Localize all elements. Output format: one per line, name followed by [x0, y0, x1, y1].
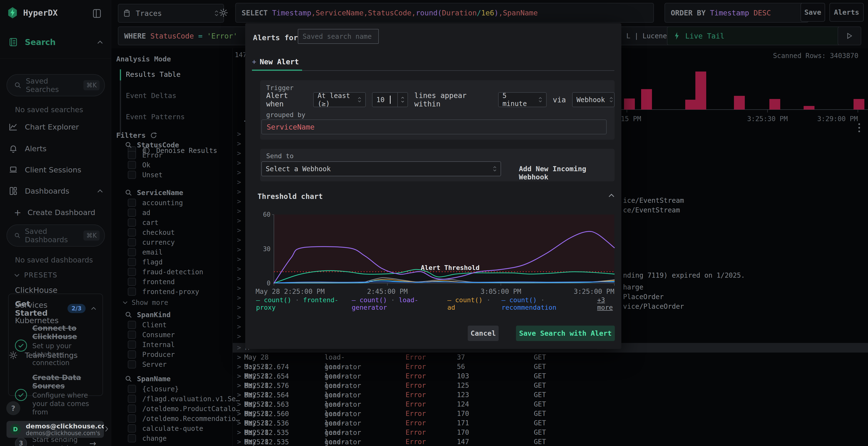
- facet-option[interactable]: {closure}: [128, 385, 179, 393]
- table-row[interactable]: >May 28 3:25:12.654 PMload-generatorErro…: [237, 362, 241, 372]
- facet-option[interactable]: /oteldemo.ProductCatalo…: [128, 405, 240, 413]
- facet-option[interactable]: Consumer: [128, 331, 175, 339]
- analysis-mode-title: Analysis Mode: [116, 55, 171, 63]
- facet-option[interactable]: frontend: [128, 278, 175, 286]
- chevron-up-icon[interactable]: [91, 307, 96, 310]
- check-circle-icon: [15, 340, 27, 352]
- facet-option[interactable]: Internal: [128, 341, 175, 349]
- get-started-step-2[interactable]: Create Data Sources Configure where your…: [15, 373, 96, 416]
- sidebar-item-client-sessions[interactable]: Client Sessions: [0, 163, 111, 176]
- table-row[interactable]: >May 28 3:25:12.536 PMload-generatorErro…: [237, 409, 241, 418]
- facet-option[interactable]: accounting: [128, 199, 183, 207]
- sidebar-section-search[interactable]: Search: [0, 36, 111, 49]
- facet-option[interactable]: calculate-quote: [128, 424, 203, 433]
- table-row[interactable]: >May 28 3:25:12.534 PMload-generatorErro…: [237, 437, 241, 446]
- select-query-input[interactable]: SELECT Timestamp,ServiceName,StatusCode,…: [235, 3, 654, 23]
- cell-method: GET: [534, 381, 546, 390]
- live-tail-button[interactable]: Live Tail: [667, 27, 845, 45]
- facet-ServiceName[interactable]: ServiceName: [125, 188, 183, 197]
- sidebar-item-dashboards[interactable]: Dashboards: [0, 184, 111, 198]
- modal-title: Alerts for: [253, 33, 298, 42]
- alerts-button[interactable]: Alerts: [830, 3, 864, 22]
- facet-option[interactable]: Unset: [128, 171, 162, 179]
- search-icon: [125, 375, 132, 382]
- facet-option[interactable]: frontend-proxy: [128, 287, 199, 296]
- step-subtitle: Set up your database connection: [32, 342, 96, 367]
- facet-option[interactable]: Producer: [128, 350, 175, 358]
- sidebar-item-alerts[interactable]: Alerts: [0, 142, 111, 155]
- webhook-select[interactable]: Select a Webhook: [261, 161, 501, 176]
- facet-option[interactable]: Client: [128, 321, 166, 329]
- table-row[interactable]: >May 28 3:25:12.576 PMload-generatorErro…: [237, 371, 241, 381]
- table-row[interactable]: >May 28 3:25:12.563 PMload-generatorErro…: [237, 390, 241, 400]
- step-number-badge: 3: [15, 437, 27, 446]
- collapse-chart-chevron-icon[interactable]: [608, 194, 615, 198]
- saved-dashboards-input[interactable]: Saved Dashboards ⌘K: [6, 225, 105, 247]
- cell-duration: 37: [457, 352, 465, 362]
- facet-option[interactable]: Ok: [128, 161, 151, 169]
- plus-icon: +: [14, 208, 21, 217]
- sidebar-item-chart-explorer[interactable]: Chart Explorer: [0, 121, 111, 133]
- facet-option[interactable]: Server: [128, 360, 166, 369]
- user-menu[interactable]: D demos@clickhouse.com demos@clickhouse.…: [6, 421, 104, 438]
- brand[interactable]: HyperDX: [7, 7, 58, 19]
- saved-searches-placeholder: Saved Searches: [26, 77, 84, 94]
- facet-option[interactable]: Error: [128, 151, 162, 159]
- collapse-sidebar-icon[interactable]: [92, 8, 102, 19]
- facet-option[interactable]: checkout: [128, 228, 175, 237]
- checkbox-icon: [128, 161, 136, 169]
- channel-select[interactable]: Webhook: [572, 92, 615, 107]
- presets-toggle[interactable]: PRESETS: [14, 271, 57, 279]
- table-row[interactable]: >May 28 3:25:12.560 PMload-generatorErro…: [237, 400, 241, 409]
- facet-option[interactable]: /oteldemo.Recommendatio…: [128, 414, 240, 423]
- window-select[interactable]: 5 minute: [498, 92, 547, 107]
- legend-more-link[interactable]: +3 more: [597, 296, 621, 311]
- tab-event-patterns[interactable]: Event Patterns: [126, 113, 185, 121]
- facet-SpanName[interactable]: SpanName: [125, 375, 171, 383]
- facet-SpanKind[interactable]: SpanKind: [125, 311, 171, 319]
- tab-event-deltas[interactable]: Event Deltas: [126, 92, 177, 100]
- table-row[interactable]: >May 28 3:25:12.535 PMload-generatorErro…: [237, 428, 241, 437]
- table-row[interactable]: >May 28 3:25:12.535 PMload-generatorErro…: [237, 418, 241, 428]
- checkbox-icon: [128, 341, 136, 349]
- tab-new-alert[interactable]: +New Alert: [252, 58, 299, 66]
- refresh-icon[interactable]: [150, 132, 157, 139]
- add-webhook-link[interactable]: Add New Incoming Webhook: [519, 165, 615, 181]
- create-dashboard-button[interactable]: + Create Dashboard: [0, 207, 111, 218]
- save-button[interactable]: Save: [801, 3, 825, 22]
- facet-option[interactable]: ad: [128, 209, 151, 217]
- checkbox-icon: [128, 218, 136, 227]
- order-by-input[interactable]: ORDER BY Timestamp DESC: [664, 3, 809, 23]
- grouped-by-input[interactable]: ServiceName: [261, 119, 607, 134]
- facet-option[interactable]: flagd: [128, 258, 162, 266]
- number-spinner[interactable]: [397, 93, 407, 107]
- tab-results-table[interactable]: Results Table: [126, 70, 181, 78]
- saved-search-name-input[interactable]: [298, 29, 379, 44]
- facet-option[interactable]: email: [128, 248, 162, 256]
- column-settings-kebab-icon[interactable]: [858, 123, 860, 132]
- checkbox-icon: [128, 405, 136, 413]
- facet-option[interactable]: currency: [128, 238, 175, 246]
- show-more-link[interactable]: Show more: [123, 299, 168, 307]
- facet-option[interactable]: /flagd.evaluation.v1.Se…: [128, 395, 240, 403]
- threshold-chart-label: Threshold chart: [257, 192, 323, 201]
- cancel-button[interactable]: Cancel: [468, 325, 499, 341]
- table-row[interactable]: >May 28 3:25:12.564 PMload-generatorErro…: [237, 381, 241, 390]
- cell-duration: 147: [457, 437, 469, 446]
- facet-option[interactable]: fraud-detection: [128, 268, 203, 276]
- saved-searches-input[interactable]: Saved Searches ⌘K: [6, 74, 105, 96]
- cell-method: GET: [534, 371, 546, 381]
- facet-StatusCode[interactable]: StatusCode: [125, 141, 179, 149]
- threshold-value-input[interactable]: 10: [372, 92, 408, 107]
- facet-option[interactable]: cart: [128, 218, 158, 227]
- expand-user-chevron-icon[interactable]: [105, 426, 108, 432]
- get-started-step-1[interactable]: Connect to ClickHouse Set up your databa…: [15, 324, 96, 367]
- presets-label: PRESETS: [24, 271, 57, 279]
- facet-option[interactable]: change: [128, 434, 166, 442]
- run-query-play-button[interactable]: [838, 27, 861, 45]
- table-row[interactable]: >May 28 3:25:12.674 PMload-generatorErro…: [237, 352, 241, 362]
- save-search-with-alert-button[interactable]: Save Search with Alert: [516, 325, 615, 341]
- help-button[interactable]: ?: [6, 401, 20, 415]
- cell-duration: 171: [457, 418, 469, 428]
- comparator-select[interactable]: At least (≥): [313, 92, 366, 107]
